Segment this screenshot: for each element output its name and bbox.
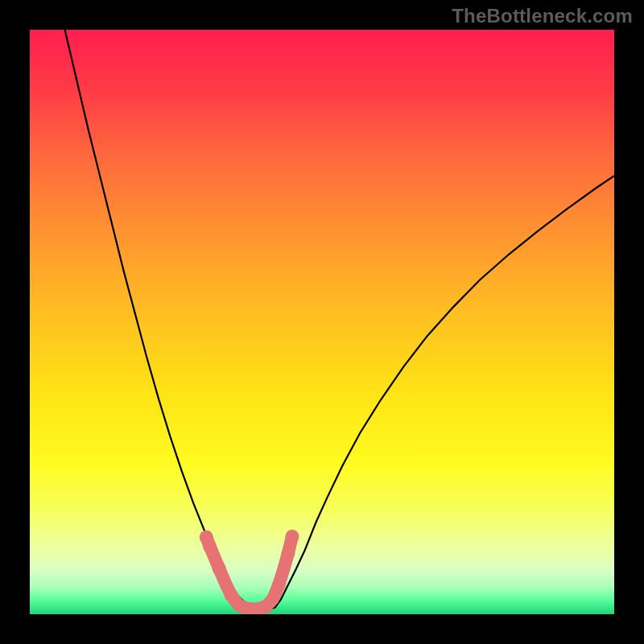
watermark-text: TheBottleneck.com bbox=[452, 5, 633, 27]
svg-point-4 bbox=[225, 588, 238, 602]
svg-point-3 bbox=[213, 562, 226, 576]
right-curve bbox=[270, 176, 614, 610]
chart-root: TheBottleneck.com bbox=[0, 0, 644, 644]
left-curve bbox=[65, 30, 270, 609]
curve-layer bbox=[30, 30, 614, 614]
svg-point-9 bbox=[285, 530, 299, 543]
plot-area bbox=[30, 30, 614, 614]
svg-point-8 bbox=[281, 547, 295, 560]
svg-point-7 bbox=[272, 578, 286, 592]
svg-point-2 bbox=[203, 539, 217, 553]
svg-point-6 bbox=[259, 600, 273, 613]
